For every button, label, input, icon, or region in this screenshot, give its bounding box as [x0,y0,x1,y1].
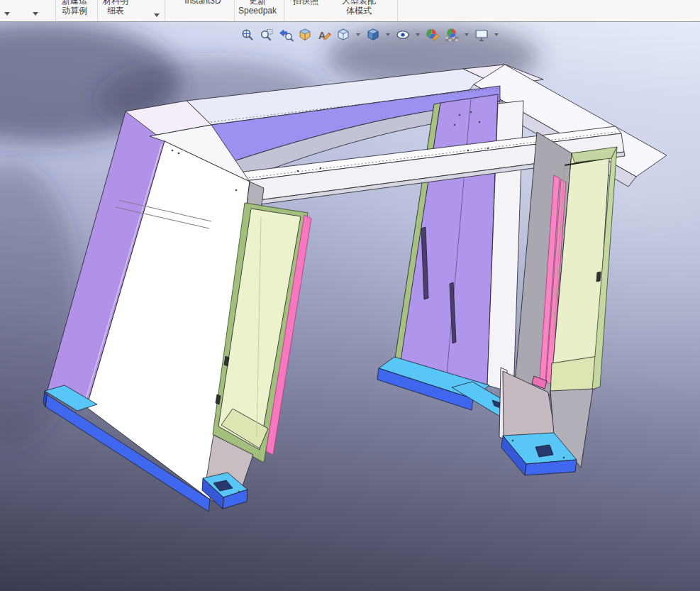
fastener-hole-dot [512,440,514,442]
apply-scene-dropdown-icon[interactable] [465,33,469,36]
cabinet-right-latch[interactable] [596,272,601,282]
toolbar-separator [97,0,98,21]
view-settings-icon[interactable] [474,27,489,43]
toolbar-label-line1: 新建运 [62,0,87,6]
command-toolbar: 新建运动算例材料明细表Instant3D更新Speedpak拍快照大型装配体模式 [0,0,700,22]
foot-right-hole[interactable] [535,445,553,457]
toolbar-label-line2: 细表 [103,6,128,16]
chevron-down-icon[interactable] [4,12,10,16]
heads-up-view-toolbar: A [240,27,500,43]
previous-view-icon[interactable] [278,27,294,43]
assembly-model [0,0,700,591]
toolbar-label-line1: 更新 [238,0,277,6]
hide-show-items-dropdown-icon[interactable] [416,33,420,36]
fastener-hole-dot [172,150,174,152]
fastener-hole-dot [178,153,180,155]
toolbar-separator [234,0,235,21]
toolbar-item-bill-of-materials[interactable]: 材料明细表 [103,0,128,21]
view-orientation-icon[interactable] [335,27,351,43]
fastener-hole-dot [454,124,456,126]
display-style-icon[interactable] [365,27,381,43]
toolbar-label-line2: 体模式 [342,6,376,16]
chevron-down-icon[interactable] [154,13,160,17]
toolbar-separator [55,0,56,21]
fastener-hole-dot [470,111,472,114]
toolbar-item-large-assembly-mode[interactable]: 大型装配体模式 [342,0,376,21]
fastener-hole-dot [297,170,299,172]
zoom-to-fit-icon[interactable] [240,27,255,43]
toolbar-label-line1: 拍快照 [293,0,318,6]
toolbar-separator [165,0,165,21]
edit-appearance-icon[interactable] [425,27,440,43]
fastener-hole-dot [320,167,322,170]
zoom-to-area-icon[interactable] [259,27,274,43]
solidworks-window: 新建运动算例材料明细表Instant3D更新Speedpak拍快照大型装配体模式… [0,0,700,591]
fastener-hole-dot [235,189,238,192]
annotation-views-icon[interactable]: A [316,27,332,43]
view-orientation-dropdown-icon[interactable] [356,33,360,36]
apply-scene-icon[interactable] [444,27,460,43]
hide-show-items-icon[interactable] [395,27,411,43]
toolbar-separator [284,0,284,21]
fastener-hole-dot [238,491,240,493]
toolbar-item-update-speedpak[interactable]: 更新Speedpak [238,0,277,21]
fastener-hole-dot [487,148,489,150]
chevron-down-icon[interactable] [33,12,38,16]
toolbar-label-line2: 动算例 [62,6,87,16]
fastener-hole-dot [209,485,211,487]
fastener-hole-dot [563,457,565,459]
view-settings-dropdown-icon[interactable] [494,33,499,36]
fastener-hole-dot [479,121,481,123]
fastener-hole-dot [459,114,461,116]
toolbar-label-line2: Speedpak [238,6,277,16]
toolbar-item-instant3d[interactable]: Instant3D [184,0,221,21]
toolbar-separator [397,0,398,21]
toolbar-label-line1: Instant3D [184,0,221,6]
section-view-icon[interactable] [297,27,313,43]
toolbar-item-take-snapshot[interactable]: 拍快照 [293,0,318,21]
toolbar-label-line1: 大型装配 [342,0,376,6]
toolbar-label-line1: 材料明 [103,0,128,6]
display-style-dropdown-icon[interactable] [386,33,390,36]
fastener-hole-dot [467,150,470,152]
toolbar-item-new-motion-study[interactable]: 新建运动算例 [62,0,87,21]
